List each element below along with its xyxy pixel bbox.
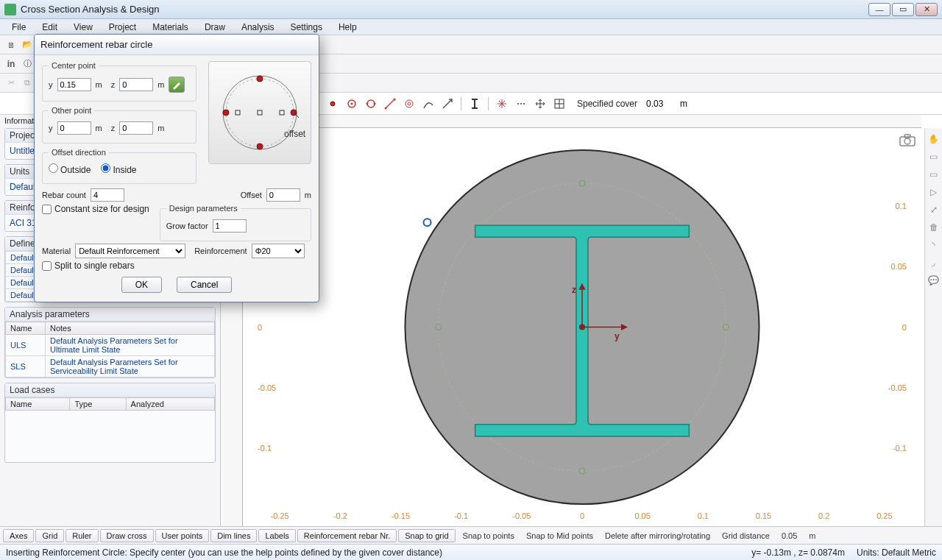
move-icon[interactable]	[533, 96, 548, 111]
menu-draw[interactable]: Draw	[197, 21, 233, 34]
ibeam-icon[interactable]	[467, 96, 482, 111]
menu-bar: File Edit View Project Materials Draw An…	[0, 19, 942, 35]
pick-center-button[interactable]	[169, 77, 185, 93]
status-message: Inserting Reinforcement Circle: Specify …	[6, 547, 442, 558]
snapmid-toggle[interactable]: Snap to Mid points	[520, 530, 599, 542]
cancel-button[interactable]: Cancel	[177, 277, 232, 293]
dots-icon[interactable]	[514, 96, 528, 111]
outside-radio[interactable]	[49, 163, 58, 173]
userpoints-button[interactable]: User points	[155, 529, 210, 542]
center-y-input[interactable]	[57, 78, 91, 91]
ruler-button[interactable]: Ruler	[65, 529, 98, 542]
loadcases-table: NameTypeAnalyzed	[5, 397, 215, 411]
svg-point-72	[257, 76, 263, 82]
grow-factor-input[interactable]	[213, 219, 247, 233]
rebar-circle-dialog: Reinforcement rebar circle offset	[34, 34, 319, 302]
reinforcement-label: Reinforcement	[194, 247, 247, 255]
specified-cover-label: Specified cover	[577, 99, 637, 109]
menu-file[interactable]: File	[4, 21, 33, 34]
svg-text:0.15: 0.15	[756, 511, 771, 520]
right-toolbar: ✋ ▭ ▭ ▷ ⤢ 🗑 ◝ ◞ 💬	[924, 128, 942, 526]
close-button[interactable]: ✕	[916, 3, 938, 16]
window-title: Cross Section Analysis & Design	[21, 4, 868, 15]
arrow-icon[interactable]	[440, 96, 455, 111]
svg-text:0.05: 0.05	[890, 262, 906, 271]
point-icon[interactable]	[325, 96, 340, 111]
other-z-input[interactable]	[119, 121, 153, 135]
split-checkbox[interactable]	[42, 261, 52, 271]
cut-icon[interactable]: ✂	[4, 77, 18, 90]
reinforcement-select[interactable]: Φ20	[252, 244, 305, 258]
svg-text:-0.1: -0.1	[893, 444, 907, 453]
star-icon[interactable]	[495, 96, 509, 111]
curve-icon[interactable]	[421, 96, 436, 111]
copy-icon[interactable]: ⧉	[21, 77, 34, 90]
menu-view[interactable]: View	[66, 21, 100, 34]
menu-project[interactable]: Project	[102, 21, 144, 34]
new-icon[interactable]: 🗎	[4, 38, 18, 52]
svg-point-11	[517, 103, 519, 104]
ok-button[interactable]: OK	[121, 277, 162, 293]
canvas-area[interactable]: ✋ ▭ ▭ ▷ ⤢ 🗑 ◝ ◞ 💬	[221, 112, 942, 526]
menu-materials[interactable]: Materials	[145, 21, 196, 34]
snappoints-toggle[interactable]: Snap to points	[457, 530, 520, 542]
grid-icon[interactable]	[552, 96, 567, 111]
rebarNr-button[interactable]: Reinforcement rebar Nr.	[297, 529, 397, 542]
pointer-icon[interactable]: ▷	[927, 185, 941, 199]
grid-button[interactable]: Grid	[35, 529, 64, 542]
arc2-icon[interactable]: ◞	[927, 256, 941, 269]
rebar-count-input[interactable]	[91, 188, 124, 202]
axes-button[interactable]: Axes	[3, 529, 34, 542]
menu-edit[interactable]: Edit	[35, 21, 65, 34]
svg-rect-76	[258, 110, 262, 115]
target-icon[interactable]	[402, 96, 417, 111]
offset-dir-label: Offset direction	[49, 148, 109, 157]
circle-icon[interactable]	[344, 96, 359, 111]
svg-text:z: z	[572, 285, 576, 295]
analysis-table: NameNotes ULSDefault Analysis Parameters…	[5, 322, 215, 378]
drawing-canvas[interactable]: y z -0.25-0.2-0.15-0.1-0.0500.050.10.150…	[243, 128, 921, 526]
svg-rect-77	[280, 110, 284, 115]
inside-radio[interactable]	[101, 163, 110, 173]
comment-icon[interactable]: 💬	[927, 274, 941, 287]
svg-text:y: y	[615, 331, 620, 341]
menu-settings[interactable]: Settings	[283, 21, 330, 34]
svg-text:0: 0	[258, 323, 262, 332]
load-group-label: Load cases	[5, 383, 215, 397]
circle2-icon[interactable]	[364, 96, 378, 111]
grid-distance-value[interactable]: 0.05	[776, 530, 803, 542]
labels-button[interactable]: Labels	[258, 529, 295, 542]
menu-help[interactable]: Help	[331, 21, 364, 34]
zoomfit-icon[interactable]: ⤢	[927, 203, 941, 216]
svg-text:-0.05: -0.05	[888, 383, 907, 392]
deletemirror-toggle[interactable]: Delete after mirroring/rotating	[599, 530, 716, 542]
svg-text:-0.15: -0.15	[392, 511, 410, 520]
info-icon[interactable]: ⓘ	[21, 57, 34, 71]
other-y-input[interactable]	[57, 121, 91, 135]
rebar-count-label: Rebar count	[42, 191, 86, 199]
open-icon[interactable]: 📂	[21, 38, 34, 52]
units-in-icon[interactable]: in	[4, 57, 18, 71]
docs-icon[interactable]: ▭	[927, 168, 941, 181]
material-select[interactable]: Default Reinforcement	[75, 244, 185, 258]
trash-icon[interactable]: 🗑	[927, 221, 941, 234]
drawcross-button[interactable]: Draw cross	[100, 529, 154, 542]
menu-analysis[interactable]: Analysis	[234, 21, 282, 34]
camera-icon[interactable]	[899, 134, 916, 147]
doc-icon[interactable]: ▭	[927, 150, 941, 163]
snapgrid-button[interactable]: Snap to grid	[398, 529, 455, 542]
svg-point-2	[351, 102, 353, 104]
minimize-button[interactable]: —	[868, 3, 890, 16]
specified-cover-value[interactable]: 0.03	[646, 99, 676, 109]
hand-icon[interactable]: ✋	[927, 132, 941, 146]
status-coord: y= -0.13m , z= 0.0874m	[751, 547, 845, 558]
offset-input[interactable]	[266, 188, 300, 202]
line-icon[interactable]	[383, 96, 397, 111]
dimlines-button[interactable]: Dim lines	[210, 529, 257, 542]
center-z-input[interactable]	[119, 78, 153, 91]
const-size-checkbox[interactable]	[42, 205, 52, 214]
svg-point-0	[330, 102, 335, 106]
table-row: ULSDefault Analysis Parameters Set for U…	[6, 335, 215, 356]
maximize-button[interactable]: ▭	[892, 3, 914, 16]
arc-icon[interactable]: ◝	[927, 238, 941, 252]
